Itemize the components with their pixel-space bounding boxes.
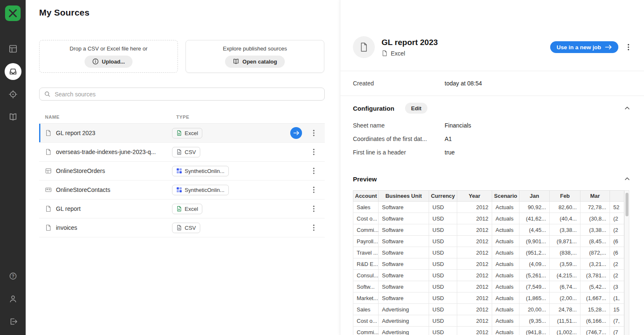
preview-cell: Advertising [379, 304, 429, 315]
detail-menu-button[interactable] [624, 43, 633, 52]
logout-icon [8, 317, 18, 326]
sidebar-item-account[interactable] [5, 290, 21, 307]
preview-cell: USD [429, 281, 457, 292]
preview-cell: USD [429, 327, 457, 335]
source-row[interactable]: OnlineStoreContactsSyntheticOnlin... [39, 181, 325, 199]
created-row: Created today at 08:54 [340, 71, 644, 96]
sources-icon [8, 67, 18, 76]
preview-cell: Actuals [492, 247, 519, 258]
source-type-badge: CSV [172, 147, 200, 157]
field-value: Financials [445, 122, 471, 129]
field-label: Sheet name [353, 122, 445, 129]
preview-cell: (3,781... [580, 270, 610, 281]
preview-cell: Actuals [492, 236, 519, 247]
source-name: GL report [56, 205, 81, 212]
sources-table-body: GL report 2023Exceloverseas-trade-indexe… [39, 124, 325, 237]
configuration-section: Configuration Edit Sheet name Financials… [340, 96, 644, 159]
source-type-label: SyntheticOnlin... [185, 168, 225, 174]
column-header-type: TYPE [172, 114, 325, 120]
sidebar-item-help[interactable]: ? [5, 268, 21, 284]
preview-cell: (951,2... [519, 247, 550, 258]
preview-cell: Sales [353, 304, 379, 315]
preview-cell: 24,78... [550, 304, 580, 315]
row-menu-button[interactable] [309, 222, 319, 234]
preview-cell: (3,38... [550, 224, 580, 236]
source-row[interactable]: GL report 2023Excel [39, 124, 325, 143]
file-icon [45, 224, 52, 231]
source-file-avatar [353, 36, 375, 58]
preview-cell: (1,002... [550, 327, 580, 335]
upload-button[interactable]: Upload... [85, 56, 133, 68]
preview-cell: USD [429, 304, 457, 315]
source-name: invoices [56, 224, 77, 231]
preview-cell: Software [379, 213, 429, 224]
preview-cell: (2 [610, 270, 625, 281]
preview-row: Cost o...AdvertisingUSD2012Actuals(9,35.… [353, 315, 625, 327]
source-row[interactable]: GL reportExcel [39, 199, 325, 218]
search-input[interactable] [39, 88, 325, 101]
page-title: My Sources [39, 8, 325, 18]
source-name-cell: GL report 2023 [39, 130, 172, 136]
field-value: true [445, 149, 455, 156]
document-icon [382, 50, 388, 56]
sidebar-item-reports[interactable] [5, 40, 21, 57]
source-row[interactable]: OnlineStoreOrdersSyntheticOnlin... [39, 162, 325, 181]
preview-scrollbar[interactable] [624, 190, 629, 335]
preview-column-header: Feb [550, 191, 580, 202]
open-catalog-button[interactable]: Open catalog [225, 56, 284, 68]
source-type-badge: Excel [172, 204, 202, 214]
catalog-text: Explore published sources [223, 45, 287, 52]
source-name: OnlineStoreOrders [56, 168, 105, 174]
preview-row: Market...SoftwareUSD2012Actuals(1,865...… [353, 292, 625, 304]
configuration-field: Coordinates of the first dat... A1 [353, 132, 631, 146]
sidebar-item-logout[interactable] [5, 313, 21, 330]
preview-cell: Commi... [353, 327, 379, 335]
source-type-label: SyntheticOnlin... [185, 187, 225, 193]
collapse-configuration-button[interactable] [624, 105, 631, 112]
preview-cell: 2012 [457, 258, 492, 270]
sidebar-item-catalog[interactable] [5, 109, 21, 125]
row-menu-button[interactable] [309, 127, 319, 139]
preview-row: Softw...SoftwareUSD2012Actuals(7,549...(… [353, 281, 625, 292]
source-name-cell: OnlineStoreContacts [39, 186, 172, 193]
upload-row: Drop a CSV or Excel file here or Upload.… [39, 40, 325, 73]
help-icon: ? [8, 271, 18, 281]
synthetic-source-icon [176, 168, 182, 174]
preview-cell: 2012 [457, 247, 492, 258]
kebab-menu-icon [313, 205, 315, 212]
sidebar-item-sources[interactable] [5, 63, 21, 80]
preview-cell: Software [379, 202, 429, 213]
file-dropzone[interactable]: Drop a CSV or Excel file here or Upload.… [39, 40, 178, 73]
configuration-heading: Configuration [353, 105, 394, 112]
preview-cell: (41,62... [519, 213, 550, 224]
configuration-heading-row: Configuration Edit [353, 103, 631, 114]
preview-cell: 2012 [457, 315, 492, 327]
preview-cell: (9,901... [519, 236, 550, 247]
preview-cell: (6 [610, 247, 625, 258]
source-row[interactable]: invoicesCSV [39, 218, 325, 237]
source-type-label: CSV [185, 225, 196, 231]
row-menu-button[interactable] [309, 184, 319, 196]
preview-scrollbar-thumb[interactable] [625, 193, 628, 216]
row-menu-button[interactable] [309, 203, 319, 215]
preview-cell: 2012 [457, 304, 492, 315]
preview-cell: Commi... [353, 224, 379, 236]
preview-cell: (7,549... [519, 281, 550, 292]
row-menu-button[interactable] [309, 146, 319, 158]
reports-icon [8, 44, 18, 53]
edit-configuration-button[interactable]: Edit [405, 103, 427, 114]
catalog-icon [8, 112, 18, 122]
preview-cell: (5,261... [519, 270, 550, 281]
sidebar-item-targets[interactable] [5, 86, 21, 103]
preview-cell: USD [429, 315, 457, 327]
source-row[interactable]: overseas-trade-indexes-june-2023-q...CSV [39, 143, 325, 162]
preview-cell: Actuals [492, 304, 519, 315]
preview-cell: Market... [353, 292, 379, 304]
file-icon [45, 149, 52, 155]
open-source-button[interactable] [290, 127, 302, 139]
row-menu-button[interactable] [309, 165, 319, 177]
collapse-preview-button[interactable] [624, 175, 631, 182]
source-type-cell: SyntheticOnlin... [172, 166, 290, 176]
preview-cell: 2012 [457, 224, 492, 236]
use-in-new-job-button[interactable]: Use in a new job [550, 41, 618, 53]
